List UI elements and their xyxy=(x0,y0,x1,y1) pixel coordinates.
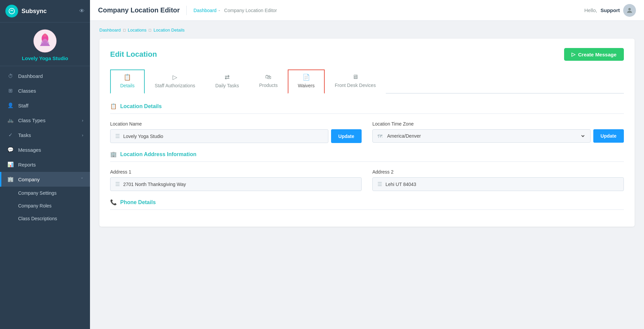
tab-products-label: Products xyxy=(259,83,278,88)
sidebar-item-class-types[interactable]: 🚲 Class Types › xyxy=(0,113,90,128)
chat-icon: 💬 xyxy=(7,147,14,153)
app-name: Subsync xyxy=(21,8,47,15)
page-content: Dashboard ◻ Locations ◻ Location Details… xyxy=(90,21,644,329)
location-name-input[interactable] xyxy=(123,134,323,139)
field-address2-icon: ☰ xyxy=(377,181,382,187)
edit-location-card: Edit Location ▷ Create Message 📋 Details… xyxy=(99,39,635,227)
phone-divider xyxy=(110,209,624,210)
address-title: Location Address Information xyxy=(120,151,196,157)
timezone-label: Location Time Zone xyxy=(372,121,624,127)
breadcrumb-locations[interactable]: Locations xyxy=(128,28,147,33)
sidebar-item-label: Dashboard xyxy=(18,73,43,79)
sidebar-item-staff[interactable]: 👤 Staff xyxy=(0,98,90,113)
tab-daily-tasks[interactable]: ⇄ Daily Tasks xyxy=(205,69,249,94)
brand-logo xyxy=(33,29,57,53)
sub-item-label: Class Descriptions xyxy=(18,216,57,221)
brand-name: Lovely Yoga Studio xyxy=(22,55,68,61)
location-name-row: Location Name ☰ Update Location Time Zon… xyxy=(110,121,624,143)
main-content: Company Location Editor Dashboard - Comp… xyxy=(90,0,644,329)
topbar-breadcrumb: Dashboard - Company Location Editor xyxy=(193,8,279,13)
sidebar-item-label: Staff xyxy=(18,103,29,108)
phone-title: Phone Details xyxy=(120,199,156,205)
location-name-label: Location Name xyxy=(110,121,362,127)
tab-waivers-label: Waivers xyxy=(298,83,315,88)
tab-front-desk[interactable]: 🖥 Front Desk Devices xyxy=(325,69,386,94)
hello-text: Hello, xyxy=(584,7,597,13)
bar-icon: 📊 xyxy=(7,161,14,168)
address-row: Address 1 ☰ Address 2 ☰ xyxy=(110,169,624,191)
field-text-icon: ☰ xyxy=(115,133,120,139)
sidebar-item-company-settings[interactable]: Company Settings xyxy=(0,187,90,199)
create-message-button[interactable]: ▷ Create Message xyxy=(564,48,624,61)
address1-input[interactable] xyxy=(123,182,357,187)
sidebar-item-tasks[interactable]: ✓ Tasks › xyxy=(0,128,90,142)
front-desk-tab-icon: 🖥 xyxy=(352,74,358,81)
breadcrumb: Dashboard ◻ Locations ◻ Location Details xyxy=(99,28,635,33)
location-name-field: ☰ xyxy=(110,129,328,143)
location-name-group: Location Name ☰ Update xyxy=(110,121,362,143)
topbar-title: Company Location Editor xyxy=(98,6,180,14)
sidebar-nav: ⏱ Dashboard ⊞ Classes 👤 Staff 🚲 Class Ty… xyxy=(0,66,90,329)
sidebar-item-label: Tasks xyxy=(18,132,31,138)
address2-label: Address 2 xyxy=(372,169,624,175)
tabs-container: 📋 Details ▷ Staff Authorizations ⇄ Daily… xyxy=(110,69,624,94)
breadcrumb-current: Location Details xyxy=(153,28,185,33)
breadcrumb-sep-1: ◻ xyxy=(123,28,126,32)
address1-field: ☰ xyxy=(110,177,362,191)
sidebar-item-reports[interactable]: 📊 Reports xyxy=(0,157,90,172)
timezone-field: 🗺 America/Denver America/New_York Americ… xyxy=(372,129,591,143)
address-section-title: 🏢 Location Address Information xyxy=(110,151,624,157)
svg-point-0 xyxy=(9,8,15,14)
check-icon: ✓ xyxy=(7,132,14,138)
breadcrumb-dashboard[interactable]: Dashboard xyxy=(99,28,121,33)
address2-group: Address 2 ☰ xyxy=(372,169,624,191)
topbar-breadcrumb-dashboard[interactable]: Dashboard xyxy=(193,8,217,13)
tab-staff-auth-label: Staff Authorizations xyxy=(155,83,195,88)
location-name-update-button[interactable]: Update xyxy=(331,129,362,143)
tab-details[interactable]: 📋 Details xyxy=(110,69,145,94)
sidebar-item-label: Messages xyxy=(18,147,41,153)
eye-icon[interactable]: 👁 xyxy=(79,8,85,14)
topbar-breadcrumb-sep: - xyxy=(219,8,220,13)
sidebar-item-label: Class Types xyxy=(18,117,45,123)
person-icon: 👤 xyxy=(7,102,14,108)
grid-icon: ⊞ xyxy=(7,88,14,94)
chevron-right-icon: › xyxy=(82,118,83,123)
timezone-update-button[interactable]: Update xyxy=(593,129,624,143)
address-divider xyxy=(110,161,624,162)
sidebar-item-company-roles[interactable]: Company Roles xyxy=(0,199,90,212)
sidebar-item-label: Company xyxy=(18,177,40,182)
topbar: Company Location Editor Dashboard - Comp… xyxy=(90,0,644,21)
tab-waivers[interactable]: 📄 Waivers xyxy=(288,69,325,94)
waivers-tab-icon: 📄 xyxy=(303,74,310,81)
chevron-right-icon: › xyxy=(82,133,83,138)
sidebar-header: Subsync 👁 xyxy=(0,0,90,22)
timezone-select[interactable]: America/Denver America/New_York America/… xyxy=(386,133,586,139)
tab-front-desk-label: Front Desk Devices xyxy=(335,83,376,88)
staff-auth-tab-icon: ▷ xyxy=(173,74,177,81)
sub-item-label: Company Settings xyxy=(18,190,56,196)
svg-point-4 xyxy=(628,8,631,10)
sidebar-item-classes[interactable]: ⊞ Classes xyxy=(0,83,90,98)
location-details-title: Location Details xyxy=(120,103,162,109)
bike-icon: 🚲 xyxy=(7,117,14,123)
map-icon: 🗺 xyxy=(377,133,382,139)
sidebar-item-messages[interactable]: 💬 Messages xyxy=(0,142,90,157)
topbar-breadcrumb-current: Company Location Editor xyxy=(224,8,277,13)
breadcrumb-sep-2: ◻ xyxy=(148,28,151,32)
username-text: Support xyxy=(601,7,620,13)
topbar-user: Hello, Support xyxy=(584,4,636,17)
tab-staff-auth[interactable]: ▷ Staff Authorizations xyxy=(145,69,205,94)
sidebar-item-company[interactable]: 🏢 Company ˅ xyxy=(0,172,90,187)
sidebar-item-class-descriptions[interactable]: Class Descriptions xyxy=(0,212,90,225)
sidebar-item-dashboard[interactable]: ⏱ Dashboard xyxy=(0,69,90,83)
tab-details-label: Details xyxy=(120,83,135,88)
tab-daily-tasks-label: Daily Tasks xyxy=(215,83,239,88)
avatar[interactable] xyxy=(623,4,636,17)
sidebar-item-label: Reports xyxy=(18,162,36,168)
location-details-icon: 📋 xyxy=(110,103,117,109)
address1-group: Address 1 ☰ xyxy=(110,169,362,191)
tab-products[interactable]: 🛍 Products xyxy=(249,69,288,94)
svg-point-3 xyxy=(43,34,47,37)
address2-input[interactable] xyxy=(385,182,619,187)
